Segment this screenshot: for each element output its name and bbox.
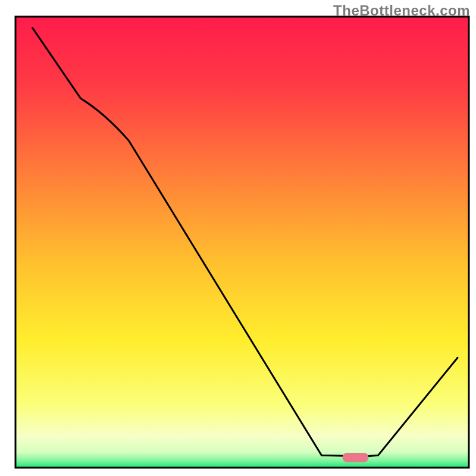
- plot-background: [15, 17, 469, 468]
- bottleneck-chart: [0, 0, 476, 476]
- optimal-marker: [343, 453, 369, 462]
- chart-container: TheBottleneck.com: [0, 0, 476, 476]
- attribution-label: TheBottleneck.com: [333, 2, 470, 19]
